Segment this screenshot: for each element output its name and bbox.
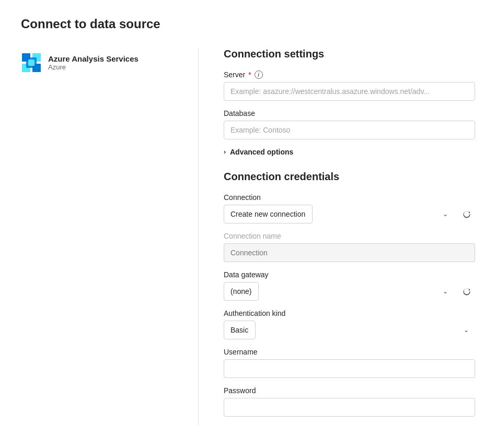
data-gateway-select-wrapper: (none) ⌄ [224, 282, 454, 301]
credentials-title: Connection credentials [224, 171, 475, 183]
connection-name-label: Connection name [224, 232, 475, 240]
password-label: Password [224, 386, 475, 395]
server-input[interactable] [224, 82, 475, 101]
auth-kind-form-group: Authentication kind Basic ⌄ [224, 309, 475, 339]
chevron-right-icon: › [224, 148, 226, 156]
auth-kind-label: Authentication kind [224, 309, 475, 317]
database-input[interactable] [224, 121, 475, 139]
database-form-group: Database [224, 109, 475, 139]
chevron-down-icon: ⌄ [443, 210, 448, 218]
service-item: Azure Analysis Services Azure [21, 48, 177, 77]
sidebar: Azure Analysis Services Azure [21, 48, 199, 425]
azure-analysis-services-icon [21, 52, 42, 73]
password-input[interactable] [224, 398, 475, 417]
service-category: Azure [48, 63, 139, 71]
server-required-star: * [248, 70, 251, 79]
data-gateway-refresh-button[interactable] [458, 283, 475, 300]
server-info-icon[interactable]: i [255, 70, 263, 79]
chevron-down-icon-2: ⌄ [443, 288, 448, 295]
data-gateway-label: Data gateway [224, 270, 475, 279]
username-label: Username [224, 348, 475, 356]
page-title: Connect to data source [21, 17, 475, 31]
connection-name-input[interactable] [224, 243, 475, 262]
connection-dropdown-row: Create new connection ⌄ [224, 205, 475, 223]
connection-name-form-group: Connection name [224, 232, 475, 262]
main-content: Connection settings Server * i Database … [199, 48, 475, 425]
connection-refresh-button[interactable] [458, 206, 475, 222]
server-label: Server * i [224, 70, 475, 79]
service-name: Azure Analysis Services [48, 54, 139, 63]
advanced-options-toggle[interactable]: › Advanced options [224, 148, 475, 156]
connection-label: Connection [224, 193, 475, 202]
chevron-down-icon-3: ⌄ [464, 326, 469, 334]
credentials-section: Connection credentials Connection Create… [224, 171, 475, 417]
database-label: Database [224, 109, 475, 117]
data-gateway-form-group: Data gateway (none) ⌄ [224, 270, 475, 301]
connection-settings-title: Connection settings [224, 48, 475, 60]
data-gateway-dropdown-row: (none) ⌄ [224, 282, 475, 301]
auth-kind-select-wrapper: Basic ⌄ [224, 321, 475, 339]
username-form-group: Username [224, 348, 475, 378]
connection-select[interactable]: Create new connection [224, 205, 313, 223]
username-input[interactable] [224, 359, 475, 378]
connection-select-wrapper: Create new connection ⌄ [224, 205, 454, 223]
server-form-group: Server * i [224, 70, 475, 101]
auth-kind-select[interactable]: Basic [224, 321, 256, 339]
data-gateway-select[interactable]: (none) [224, 282, 259, 301]
service-info: Azure Analysis Services Azure [48, 54, 139, 71]
password-form-group: Password [224, 386, 475, 417]
svg-rect-5 [28, 60, 34, 66]
connection-form-group: Connection Create new connection ⌄ [224, 193, 475, 223]
